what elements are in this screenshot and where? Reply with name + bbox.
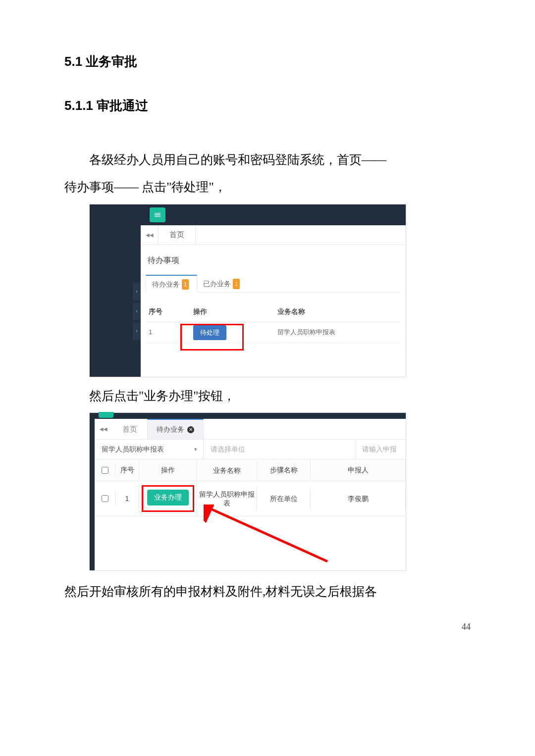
- s1-content: 待办事项 待办业务 1 已办业务 1 序号 操作 业务名称 1: [141, 245, 406, 377]
- sidebar-collapse-icon[interactable]: ‹: [133, 302, 141, 320]
- screenshot-1: ‹ ‹ ‹ ◀◀ 首页 待办事项 待办业务 1 已办业务 1: [89, 204, 406, 377]
- hamburger-button[interactable]: [150, 207, 165, 222]
- th-biz: 业务名称: [197, 462, 257, 479]
- table-row: 1 待处理 留学人员职称申报表: [146, 322, 401, 343]
- s2-topbar: [95, 413, 406, 419]
- th-op: 操作: [193, 305, 277, 318]
- th-check: [95, 463, 115, 478]
- tab-home[interactable]: 首页: [159, 225, 196, 245]
- s2-tabbar: ◀◀ 首页 待办业务 ✕: [95, 419, 406, 440]
- tab-back-icon[interactable]: ◀◀: [95, 419, 112, 439]
- subtab-done-label: 已办业务: [203, 277, 231, 291]
- filter-type-select[interactable]: 留学人员职称申报表: [95, 440, 204, 459]
- s2-main: ◀◀ 首页 待办业务 ✕ 留学人员职称申报表 请选择单位 请输入申报 序号 操作…: [95, 413, 406, 570]
- pending-badge: 1: [182, 279, 189, 290]
- s1-sidebar: ‹ ‹ ‹: [90, 204, 141, 377]
- subtabs: 待办业务 1 已办业务 1: [146, 275, 401, 293]
- pending-button[interactable]: 待处理: [193, 325, 226, 340]
- heading-5-1-1: 5.1.1 审批通过: [64, 94, 471, 118]
- tab-pending-tasks[interactable]: 待办业务 ✕: [147, 419, 204, 439]
- page-number: 44: [64, 618, 471, 635]
- s1-tabbar: ◀◀ 首页: [141, 225, 406, 245]
- paragraph-1a: 各级经办人员用自己的账号和密码登陆系统，首页——: [64, 148, 471, 172]
- paragraph-1b: 待办事项—— 点击"待处理"，: [64, 175, 471, 199]
- table-row: 1 业务办理 留学人员职称申报表 所在单位 李俊鹏: [95, 481, 406, 516]
- td-op: 待处理: [193, 325, 277, 340]
- tab-active-label: 待办业务: [157, 423, 184, 436]
- th-op: 操作: [139, 459, 197, 481]
- th-step: 步骤名称: [257, 459, 311, 481]
- subtab-pending[interactable]: 待办业务 1: [146, 275, 197, 293]
- td-biz: 留学人员职称申报表: [197, 486, 257, 511]
- checkbox-all[interactable]: [102, 467, 108, 474]
- heading-5-1: 5.1 业务审批: [64, 50, 471, 74]
- s1-topbar: [141, 204, 406, 225]
- s2-sidebar: [90, 413, 95, 570]
- sidebar-collapse-icon[interactable]: ‹: [133, 283, 141, 301]
- s2-table: 序号 操作 业务名称 步骤名称 申报人 1 业务办理 留学人员职称申报表 所在单…: [95, 459, 406, 516]
- paragraph-3: 然后开始审核所有的申报材料及附件,材料无误之后根据各: [64, 580, 471, 604]
- red-highlight-box: 业务办理: [142, 485, 194, 512]
- tab-home[interactable]: 首页: [112, 419, 147, 439]
- tab-close-icon[interactable]: ✕: [187, 426, 194, 433]
- s1-main: ◀◀ 首页 待办事项 待办业务 1 已办业务 1 序号 操作 业务名称: [141, 204, 406, 377]
- td-seq: 1: [149, 326, 193, 339]
- td-step: 所在单位: [257, 488, 311, 509]
- filter-unit-input[interactable]: 请选择单位: [204, 440, 356, 459]
- filter-report-input[interactable]: 请输入申报: [356, 440, 406, 459]
- td-op: 业务办理: [139, 481, 197, 516]
- panel-title: 待办事项: [146, 252, 401, 275]
- table-header-row: 序号 操作 业务名称: [146, 302, 401, 322]
- filter-bar: 留学人员职称申报表 请选择单位 请输入申报: [95, 440, 406, 459]
- td-person: 李俊鹏: [311, 488, 406, 509]
- checkbox-row[interactable]: [102, 495, 108, 502]
- tab-back-icon[interactable]: ◀◀: [141, 225, 159, 245]
- screenshot-2: ◀◀ 首页 待办业务 ✕ 留学人员职称申报表 请选择单位 请输入申报 序号 操作…: [89, 412, 406, 571]
- paragraph-2: 然后点击"业务办理"按钮，: [64, 384, 471, 408]
- th-biz: 业务名称: [277, 305, 401, 318]
- th-seq: 序号: [115, 459, 139, 481]
- th-person: 申报人: [311, 459, 406, 481]
- hamburger-icon: [154, 211, 161, 219]
- s1-table: 序号 操作 业务名称 1 待处理 留学人员职称申报表: [146, 302, 401, 343]
- td-biz: 留学人员职称申报表: [277, 326, 401, 339]
- sidebar-collapse-icon[interactable]: ‹: [133, 322, 141, 340]
- red-highlight-box: 待处理: [193, 329, 226, 336]
- subtab-done[interactable]: 已办业务 1: [197, 275, 248, 292]
- td-check: [95, 491, 115, 506]
- handle-button[interactable]: 业务办理: [147, 490, 189, 505]
- td-seq: 1: [115, 488, 139, 509]
- table-header-row: 序号 操作 业务名称 步骤名称 申报人: [95, 459, 406, 481]
- done-badge: 1: [233, 279, 240, 289]
- subtab-pending-label: 待办业务: [152, 278, 180, 291]
- th-seq: 序号: [149, 305, 193, 318]
